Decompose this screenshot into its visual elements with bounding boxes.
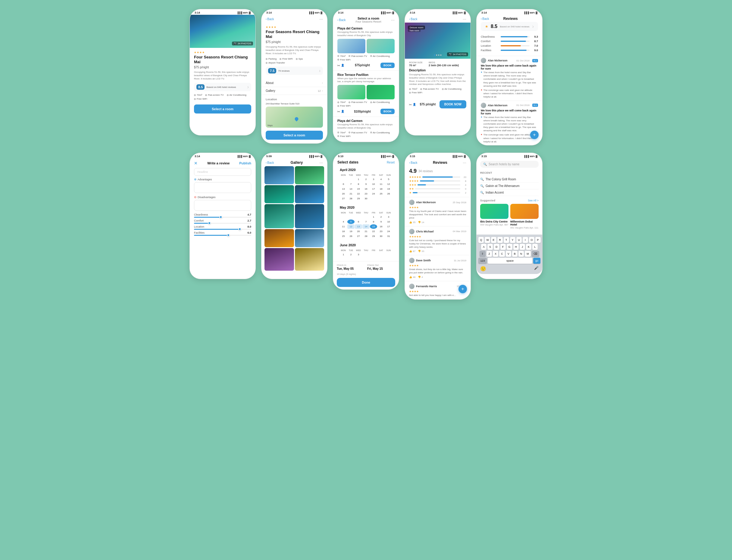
thumbs-down-action[interactable]: 👎 33 [418, 250, 424, 253]
location-slider-thumb[interactable] [238, 228, 241, 231]
may-21[interactable]: 21 [362, 229, 370, 234]
comfort-slider-track[interactable] [194, 223, 251, 224]
kb-shift[interactable]: ⇧ [480, 251, 486, 257]
apr-20[interactable]: 20 [340, 191, 347, 196]
may-6[interactable]: 6 [355, 219, 362, 224]
kb-z[interactable]: Z [487, 251, 492, 257]
may-24[interactable]: 24 [385, 229, 392, 234]
dots-button[interactable]: ··· [391, 17, 395, 22]
kb-x[interactable]: X [493, 251, 498, 257]
done-button[interactable]: Done [337, 278, 395, 287]
kb-123[interactable]: 123 [478, 258, 487, 264]
advantages-field[interactable] [194, 182, 251, 193]
back-button[interactable]: ‹ Back [337, 18, 346, 22]
gallery-img-10[interactable] [295, 248, 324, 271]
apr-9[interactable]: 9 [362, 182, 370, 186]
may-26[interactable]: 26 [347, 234, 354, 238]
gallery-img-3[interactable] [264, 185, 294, 203]
may-7[interactable]: 7 [362, 219, 370, 224]
jun-3[interactable]: 3 [355, 252, 362, 257]
apr-27[interactable]: 27 [340, 196, 347, 201]
apr-14[interactable]: 14 [347, 187, 354, 191]
recent-item-3[interactable]: 🔍 Indian Accent [480, 189, 539, 196]
mic-icon[interactable]: 🎤 [534, 266, 539, 272]
cleanliness-slider-thumb[interactable] [219, 216, 222, 219]
kb-f[interactable]: F [500, 244, 506, 250]
apr-18[interactable]: 18 [378, 187, 385, 191]
dots-button[interactable]: ··· [319, 17, 323, 21]
kb-v[interactable]: V [506, 251, 511, 257]
may-12[interactable]: 12 [347, 224, 354, 229]
may-23[interactable]: 23 [378, 229, 385, 234]
book-now-button[interactable]: BOOK NOW [440, 100, 466, 108]
gallery-img-2[interactable] [295, 166, 324, 184]
book-button[interactable]: BOOK [381, 63, 395, 68]
may-25[interactable]: 25 [340, 234, 347, 238]
may-10[interactable]: 10 [385, 219, 392, 224]
reset-button[interactable]: Reset [387, 161, 395, 164]
kb-j[interactable]: J [520, 244, 525, 250]
apr-19[interactable]: 19 [385, 187, 392, 191]
rooms-scroll[interactable]: Playa del Carmen Occupying Rooms 51-59, … [333, 24, 399, 142]
map-view[interactable]: Maps [266, 107, 323, 128]
apr-11[interactable]: 11 [378, 182, 385, 186]
thumbs-up-action[interactable]: 👍 87 [409, 250, 416, 253]
close-button[interactable]: ✕ [194, 161, 198, 166]
disadvantages-field[interactable] [194, 200, 251, 211]
apr-12[interactable]: 12 [385, 182, 392, 186]
kb-g[interactable]: G [507, 244, 512, 250]
apr-21[interactable]: 21 [347, 191, 354, 196]
back-button[interactable]: ‹ Back [409, 161, 418, 164]
emoji-icon[interactable]: 🙂 [480, 266, 486, 272]
may-16[interactable]: 16 [378, 224, 385, 229]
kb-i[interactable]: I [523, 237, 528, 243]
headline-field[interactable]: Headline [194, 168, 251, 176]
location-slider-track[interactable] [194, 229, 251, 230]
kb-u[interactable]: U [516, 237, 522, 243]
may-13[interactable]: 13 [355, 224, 362, 229]
kb-s[interactable]: S [488, 244, 493, 250]
back-button[interactable]: ‹ Back [266, 161, 274, 164]
suggested-card-2[interactable]: Millennium Dubai Hotel 991 Vaughn Falls … [510, 204, 539, 229]
kb-q[interactable]: Q [478, 237, 484, 243]
kb-a[interactable]: A [481, 244, 487, 250]
may-20[interactable]: 20 [355, 229, 362, 234]
may-2[interactable]: 2 [378, 215, 385, 219]
kb-go[interactable]: go [533, 258, 541, 264]
apr-7[interactable]: 7 [347, 182, 354, 186]
back-button[interactable]: ‹ Back [481, 17, 489, 20]
kb-n[interactable]: N [519, 251, 524, 257]
apr-6[interactable]: 6 [340, 182, 347, 186]
may-18[interactable]: 18 [340, 229, 347, 234]
gallery-img-7[interactable] [264, 229, 294, 247]
may-1[interactable]: 1 [370, 215, 377, 219]
may-22[interactable]: 22 [370, 229, 377, 234]
may-8[interactable]: 8 [370, 219, 377, 224]
gallery-row[interactable]: Gallery 12 › [261, 87, 327, 95]
dots-button[interactable]: ··· [319, 160, 323, 165]
cleanliness-slider-track[interactable] [194, 217, 251, 218]
back-button[interactable]: ‹ Back [409, 17, 418, 21]
suggested-card-1[interactable]: Ibis Deira City Centre 454 Vaughn Falls … [480, 204, 509, 229]
gallery-img-6[interactable] [295, 204, 324, 228]
kb-e[interactable]: E [491, 237, 497, 243]
kb-c[interactable]: C [499, 251, 505, 257]
may-4[interactable]: 4 [340, 219, 347, 224]
jun-1[interactable]: 1 [340, 252, 347, 257]
select-room-button[interactable]: Select a room [194, 104, 251, 114]
apr-15[interactable]: 15 [355, 187, 362, 191]
may-28[interactable]: 28 [362, 234, 370, 238]
kb-m[interactable]: M [525, 251, 531, 257]
dots-button[interactable]: ··· [463, 17, 466, 21]
apr-5[interactable]: 5 [385, 177, 392, 182]
apr-16[interactable]: 16 [362, 187, 370, 191]
kb-d[interactable]: D [494, 244, 500, 250]
see-all-button[interactable]: See All > [528, 199, 539, 202]
kb-r[interactable]: R [497, 237, 503, 243]
gallery-img-4[interactable] [295, 185, 324, 203]
dots-button[interactable]: ··· [463, 160, 466, 165]
may-11[interactable]: 11 [340, 224, 347, 229]
gallery-img-5[interactable] [264, 204, 294, 228]
may-5-selected[interactable]: 5 [347, 219, 354, 224]
fab-button[interactable]: + [530, 131, 539, 139]
